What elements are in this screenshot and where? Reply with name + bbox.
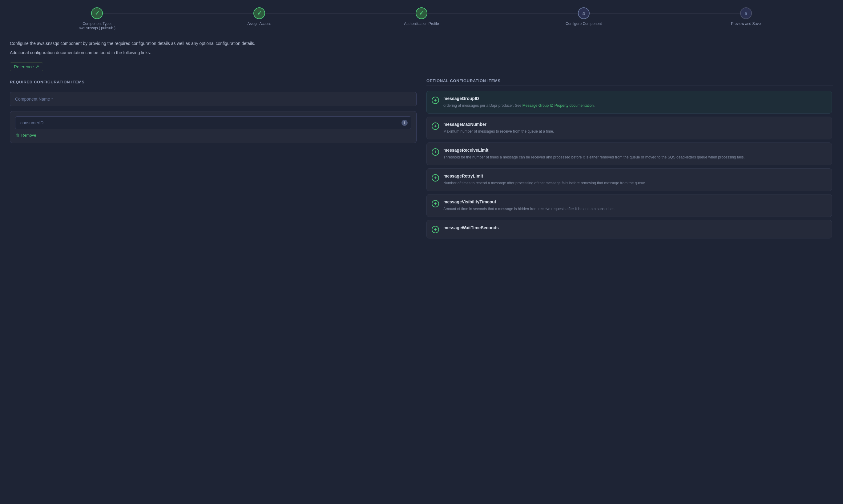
item-name-msg-max-number: messageMaxNumber [443,122,827,127]
step-component-type: ✓ Component Type: aws.snssqs ( pubsub ) [16,7,178,30]
item-content-msg-max-number: messageMaxNumberMaximum number of messag… [443,122,827,134]
reference-link[interactable]: Reference ↗ [10,62,43,71]
check-icon-3: ✓ [419,10,424,17]
consumer-id-input[interactable] [15,116,411,129]
info-icon[interactable]: i [402,120,408,126]
item-content-msg-group-id: messageGroupIDordering of messages per a… [443,96,827,108]
required-section-title: Required Configuration Items [10,80,417,87]
step-preview-save[interactable]: 5 Preview and Save [665,7,827,26]
add-button-msg-max-number[interactable]: + [432,123,439,130]
required-section: Required Configuration Items i 🗑 Remove [10,78,417,241]
config-layout: Required Configuration Items i 🗑 Remove … [10,78,833,241]
trash-icon: 🗑 [15,133,19,138]
step-label-5: Preview and Save [731,21,761,26]
step-circle-3: ✓ [416,7,427,19]
check-icon-1: ✓ [95,10,100,17]
step-circle-5: 5 [740,7,752,19]
item-name-msg-group-id: messageGroupID [443,96,827,101]
description-line2: Additional configuration documentation c… [10,49,833,56]
consumer-id-input-wrapper: i [15,116,411,129]
optional-section-wrapper: Optional Configuration Items +messageGro… [426,78,833,241]
item-desc-msg-receive-limit: Threshold for the number of times a mess… [443,155,827,160]
item-name-msg-receive-limit: messageReceiveLimit [443,148,827,152]
remove-label: Remove [21,133,36,138]
item-name-msg-visibility-timeout: messageVisibilityTimeout [443,199,827,204]
add-button-msg-retry-limit[interactable]: + [432,174,439,182]
optional-item-msg-max-number: +messageMaxNumberMaximum number of messa… [426,116,832,139]
item-link-msg-group-id[interactable]: Message Group ID Property documentation [523,103,594,108]
external-link-icon: ↗ [36,64,39,69]
reference-label: Reference [14,64,34,69]
step-configure[interactable]: 4 Configure Component [503,7,665,26]
item-name-msg-retry-limit: messageRetryLimit [443,174,827,178]
check-icon-2: ✓ [257,10,262,17]
optional-item-msg-wait-time: +messageWaitTimeSeconds [426,220,832,238]
optional-item-msg-retry-limit: +messageRetryLimitNumber of times to res… [426,168,832,191]
step-number-5: 5 [744,11,747,16]
add-button-msg-receive-limit[interactable]: + [432,148,439,156]
remove-button[interactable]: 🗑 Remove [15,133,36,138]
item-desc-msg-max-number: Maximum number of messages to receive fr… [443,129,827,134]
item-content-msg-wait-time: messageWaitTimeSeconds [443,225,827,232]
item-content-msg-retry-limit: messageRetryLimitNumber of times to rese… [443,174,827,186]
add-button-msg-wait-time[interactable]: + [432,226,439,233]
item-desc-msg-retry-limit: Number of times to resend a message afte… [443,180,827,186]
optional-item-msg-receive-limit: +messageReceiveLimitThreshold for the nu… [426,142,832,165]
optional-item-msg-group-id: +messageGroupIDordering of messages per … [426,91,832,113]
item-desc-msg-group-id: ordering of messages per a Dapr producer… [443,103,827,108]
optional-item-msg-visibility-timeout: +messageVisibilityTimeoutAmount of time … [426,194,832,217]
add-button-msg-visibility-timeout[interactable]: + [432,200,439,208]
consumer-id-card: i 🗑 Remove [10,111,417,143]
step-circle-4: 4 [578,7,590,19]
step-label-1: Component Type: aws.snssqs ( pubsub ) [75,21,119,30]
item-desc-msg-visibility-timeout: Amount of time in seconds that a message… [443,206,827,212]
add-button-msg-group-id[interactable]: + [432,96,439,104]
optional-section: +messageGroupIDordering of messages per … [426,91,833,241]
optional-section-title: Optional Configuration Items [426,78,833,86]
app-container: ✓ Component Type: aws.snssqs ( pubsub ) … [0,0,843,504]
item-content-msg-receive-limit: messageReceiveLimitThreshold for the num… [443,148,827,160]
step-assign-access[interactable]: ✓ Assign Access [178,7,340,26]
step-label-3: Authentication Profile [404,21,439,26]
component-name-input[interactable] [10,92,417,106]
item-content-msg-visibility-timeout: messageVisibilityTimeoutAmount of time i… [443,199,827,212]
stepper: ✓ Component Type: aws.snssqs ( pubsub ) … [10,7,833,30]
step-circle-2: ✓ [253,7,265,19]
description-section: Configure the aws.snssqs component by pr… [10,40,833,56]
step-auth-profile[interactable]: ✓ Authentication Profile [340,7,503,26]
item-name-msg-wait-time: messageWaitTimeSeconds [443,225,827,230]
description-line1: Configure the aws.snssqs component by pr… [10,40,833,47]
step-label-2: Assign Access [248,21,271,26]
step-circle-1: ✓ [91,7,103,19]
step-number-4: 4 [582,11,585,16]
step-label-4: Configure Component [566,21,602,26]
